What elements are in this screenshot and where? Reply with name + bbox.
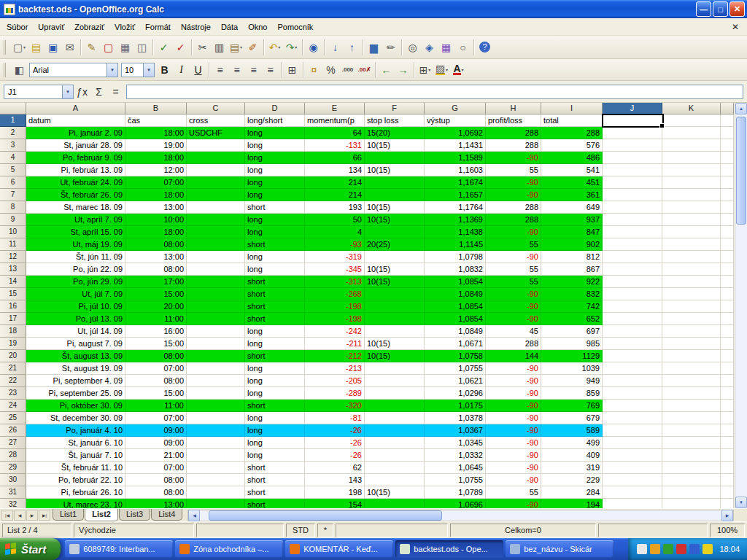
cell-B26[interactable]: 09:00	[125, 424, 187, 437]
cell-E19[interactable]: -211	[305, 338, 365, 350]
cell-G20[interactable]: 1,0758	[425, 350, 486, 362]
cell-I16[interactable]: 742	[541, 300, 603, 313]
cell-I15[interactable]: 832	[541, 288, 603, 300]
taskbar-task[interactable]: Zóna obchodníka –...	[175, 540, 283, 558]
cell-A30[interactable]: Po, február 22. 10	[26, 474, 125, 486]
cell-A14[interactable]: Po, jún 29. 09	[26, 276, 125, 288]
cell-F21[interactable]	[365, 362, 425, 375]
open-folder-icon[interactable]: ▤	[28, 39, 44, 56]
cell-K18[interactable]	[662, 325, 721, 338]
cell-C12[interactable]	[187, 251, 245, 263]
cell-partial15[interactable]	[721, 288, 734, 300]
cell-E31[interactable]: 198	[305, 486, 365, 499]
scroll-right-icon[interactable]: ▶	[721, 510, 733, 521]
cell-C16[interactable]	[187, 300, 245, 313]
cell-K28[interactable]	[662, 449, 721, 462]
cell-C22[interactable]	[187, 375, 245, 387]
cell-F28[interactable]	[365, 449, 425, 462]
active-cell[interactable]	[602, 114, 664, 128]
dropdown-arrow-icon[interactable]: ▾	[295, 44, 297, 50]
cell-F27[interactable]	[365, 437, 425, 449]
cell-K19[interactable]	[662, 338, 721, 350]
cell-B20[interactable]: 08:00	[125, 350, 187, 362]
cell-E2[interactable]: 64	[305, 127, 365, 139]
cell-partial4[interactable]	[721, 152, 734, 164]
cell-A3[interactable]: St, január 28. 09	[26, 139, 125, 152]
cell-K11[interactable]	[662, 238, 721, 251]
cell-A5[interactable]: Pi, február 13. 09	[26, 164, 125, 176]
cell-E15[interactable]: -268	[305, 288, 365, 300]
cell-F32[interactable]	[365, 499, 425, 508]
auto-spellcheck-icon[interactable]: ✓	[172, 39, 189, 56]
cell-D12[interactable]: long	[245, 251, 305, 263]
cell-H30[interactable]: -90	[486, 474, 541, 486]
cell-K31[interactable]	[662, 486, 721, 499]
cell-J29[interactable]	[603, 462, 662, 474]
cell-E1[interactable]: momentum(p	[305, 114, 365, 127]
cell-partial31[interactable]	[721, 486, 734, 499]
chevron-down-icon[interactable]: ▼	[143, 63, 154, 77]
cell-A16[interactable]: Pi, júl 10. 09	[26, 300, 125, 313]
cell-H17[interactable]: -90	[486, 313, 541, 325]
cell-K30[interactable]	[662, 474, 721, 486]
cell-E16[interactable]: -198	[305, 300, 365, 313]
cell-F24[interactable]	[365, 400, 425, 412]
cell-partial12[interactable]	[721, 251, 734, 263]
cell-J4[interactable]	[603, 152, 662, 164]
cell-K25[interactable]	[662, 412, 721, 424]
hyperlink-icon[interactable]: ◉	[305, 39, 322, 56]
cell-C11[interactable]	[187, 238, 245, 251]
pdf-export-icon[interactable]: ▢	[100, 39, 117, 56]
cell-C8[interactable]	[187, 201, 245, 214]
cell-B11[interactable]: 08:00	[125, 238, 187, 251]
horizontal-scroll-track[interactable]	[200, 510, 721, 521]
cell-E27[interactable]: -26	[305, 437, 365, 449]
formula-input[interactable]	[126, 85, 743, 99]
cell-G13[interactable]: 1,0832	[425, 263, 486, 276]
cell-E24[interactable]: -320	[305, 400, 365, 412]
cell-A28[interactable]: Št, január 7. 10	[26, 449, 125, 462]
menu-item[interactable]: Dáta	[216, 20, 243, 34]
tray-icon[interactable]	[703, 544, 713, 554]
cell-G18[interactable]: 1,0849	[425, 325, 486, 338]
scroll-down-icon[interactable]: ▼	[735, 497, 747, 508]
dropdown-arrow-icon[interactable]: ▾	[428, 67, 430, 72]
cell-K15[interactable]	[662, 288, 721, 300]
row-header-27[interactable]: 27	[0, 437, 26, 449]
cell-D13[interactable]: long	[245, 263, 305, 276]
cell-H26[interactable]: -90	[486, 424, 541, 437]
cell-H11[interactable]: 55	[486, 238, 541, 251]
cell-partial5[interactable]	[721, 164, 734, 176]
cell-D16[interactable]: short	[245, 300, 305, 313]
cell-H5[interactable]: 55	[486, 164, 541, 176]
page-preview-icon[interactable]: ◫	[133, 39, 150, 56]
cell-A26[interactable]: Po, január 4. 10	[26, 424, 125, 437]
font-name-combobox[interactable]: Arial ▼	[29, 63, 118, 77]
cell-G10[interactable]: 1,1438	[425, 226, 486, 238]
cell-E4[interactable]: 66	[305, 152, 365, 164]
cell-C9[interactable]	[187, 214, 245, 226]
row-header-11[interactable]: 11	[0, 238, 26, 251]
spellcheck-icon[interactable]: ✓	[155, 39, 172, 56]
cell-A31[interactable]: Pi, február 26. 10	[26, 486, 125, 499]
cell-G2[interactable]: 1,0692	[425, 127, 486, 139]
cell-B21[interactable]: 07:00	[125, 362, 187, 375]
cell-I25[interactable]: 679	[541, 412, 603, 424]
cell-partial2[interactable]	[721, 127, 734, 139]
cell-J5[interactable]	[603, 164, 662, 176]
cell-A24[interactable]: Pi, október 30. 09	[26, 400, 125, 412]
cell-B31[interactable]: 08:00	[125, 486, 187, 499]
cell-D30[interactable]: short	[245, 474, 305, 486]
cell-B5[interactable]: 12:00	[125, 164, 187, 176]
dropdown-arrow-icon[interactable]: ▾	[446, 67, 448, 72]
cell-C13[interactable]	[187, 263, 245, 276]
cell-H6[interactable]: -90	[486, 176, 541, 189]
cell-F26[interactable]	[365, 424, 425, 437]
sheet-tab-list3[interactable]: List3	[119, 509, 150, 521]
cell-F8[interactable]: 10(15)	[365, 201, 425, 214]
cell-G21[interactable]: 1,0755	[425, 362, 486, 375]
row-header-1[interactable]: 1	[0, 114, 26, 127]
cell-K16[interactable]	[662, 300, 721, 313]
cell-D15[interactable]: short	[245, 288, 305, 300]
cell-F18[interactable]	[365, 325, 425, 338]
